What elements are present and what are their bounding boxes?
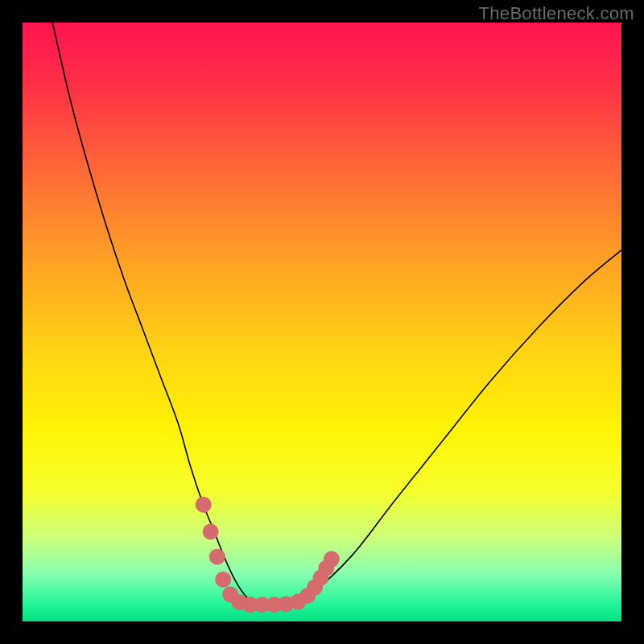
bottleneck-chart — [23, 23, 621, 621]
trough-marker — [215, 572, 231, 588]
trough-marker — [209, 549, 225, 565]
trough-marker — [324, 551, 340, 568]
gradient-background — [23, 23, 621, 621]
watermark-text: TheBottleneck.com — [479, 3, 634, 24]
chart-frame: TheBottleneck.com — [0, 0, 644, 644]
trough-marker — [196, 497, 212, 513]
trough-marker — [203, 523, 219, 539]
